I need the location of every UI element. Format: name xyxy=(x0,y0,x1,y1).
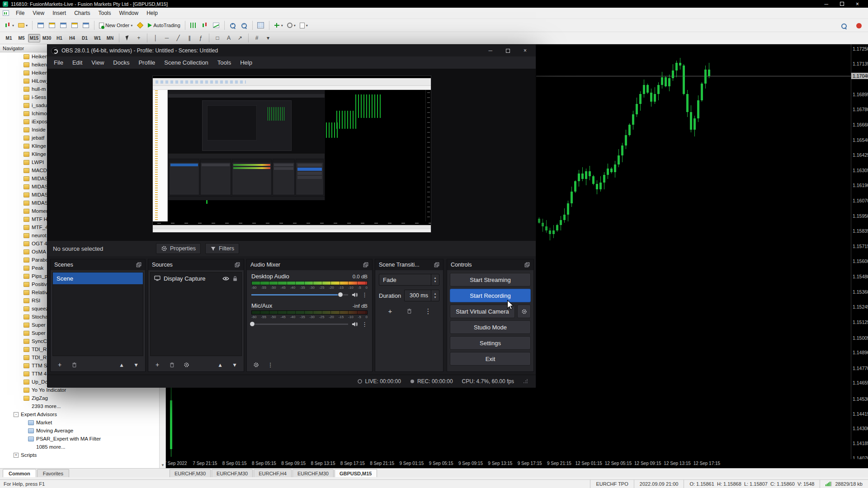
timeframe-h4[interactable]: H4 xyxy=(66,34,78,42)
transition-select-arrows[interactable]: ▴▾ xyxy=(431,274,439,285)
source-move-down-button[interactable]: ▾ xyxy=(230,360,239,369)
source-item-display-capture[interactable]: Display Capture xyxy=(151,272,241,284)
mt4-menu-insert[interactable]: Insert xyxy=(48,8,70,18)
mixer-menu-button[interactable]: ⋮ xyxy=(266,360,275,369)
scroll-down-icon[interactable]: ▼ xyxy=(160,462,166,468)
mixer-settings-button[interactable] xyxy=(251,360,260,369)
navigator-item-2393-more[interactable]: 2393 more... xyxy=(0,402,159,410)
crosshair-tool[interactable]: + xyxy=(133,33,144,43)
navigator-item-psar-expert-with-ma-filter[interactable]: PSAR_Expert with MA Filter xyxy=(0,435,159,443)
mt4-menu-charts[interactable]: Charts xyxy=(70,8,94,18)
obs-menu-view[interactable]: View xyxy=(87,57,108,68)
mt4-menu-window[interactable]: Window xyxy=(115,8,143,18)
cursor-tool[interactable] xyxy=(122,33,133,43)
transition-props-button[interactable]: ⋮ xyxy=(422,305,434,316)
obs-menu-profile[interactable]: Profile xyxy=(134,57,160,68)
duration-spinbox[interactable]: 300 ms ▴▾ xyxy=(404,290,439,301)
alert-icon[interactable] xyxy=(854,20,864,31)
scene-item-scene[interactable]: Scene xyxy=(53,272,143,284)
market-watch-icon[interactable] xyxy=(35,20,46,31)
navigator-item-moving-average[interactable]: Moving Average xyxy=(0,427,159,435)
duration-spin-arrows[interactable]: ▴▾ xyxy=(431,290,439,301)
source-properties-button[interactable] xyxy=(182,360,191,369)
search-icon[interactable] xyxy=(838,20,849,31)
mt4-minimize-button[interactable]: ─ xyxy=(824,1,828,7)
lock-icon[interactable] xyxy=(232,276,238,282)
obs-menu-docks[interactable]: Docks xyxy=(108,57,134,68)
obs-menu-tools[interactable]: Tools xyxy=(213,57,236,68)
periods-icon[interactable]: ▾ xyxy=(285,20,297,31)
timeframe-d1[interactable]: D1 xyxy=(79,34,91,42)
chart-tab-eurchf-m30-1[interactable]: EURCHF,M30 xyxy=(212,469,253,477)
chart-tab-eurchf-m30-3[interactable]: EURCHF,M30 xyxy=(292,469,334,477)
more-tools[interactable]: ▾ xyxy=(263,33,274,43)
add-source-button[interactable]: + xyxy=(153,360,162,369)
timeframe-h1[interactable]: H1 xyxy=(53,34,66,42)
filters-button[interactable]: Filters xyxy=(205,243,239,254)
obs-maximize-button[interactable] xyxy=(506,49,510,53)
navigator-tab-common[interactable]: Common xyxy=(3,469,36,477)
mt4-menu-help[interactable]: Help xyxy=(142,8,162,18)
volume-slider[interactable] xyxy=(251,291,348,299)
profiles-icon[interactable]: ▾ xyxy=(16,20,29,31)
autotrading-button[interactable]: AutoTrading xyxy=(146,20,182,31)
zoom-in-icon[interactable] xyxy=(227,20,238,31)
slider-handle[interactable] xyxy=(338,292,343,297)
navigator-item-1085-more[interactable]: 1085 more... xyxy=(0,443,159,451)
fibonacci-tool[interactable]: ƒ xyxy=(195,33,206,43)
navigator-group-expert-advisors[interactable]: -Expert Advisors xyxy=(0,410,159,418)
remove-scene-button[interactable] xyxy=(70,360,79,369)
properties-button[interactable]: Properties xyxy=(156,243,201,254)
channel-tool[interactable]: ∥ xyxy=(184,33,195,43)
indicators-icon[interactable]: ▾ xyxy=(272,20,285,31)
speaker-icon[interactable] xyxy=(352,321,358,327)
source-move-up-button[interactable]: ▴ xyxy=(216,360,225,369)
zoom-out-icon[interactable] xyxy=(239,20,250,31)
start-virtual-camera-button[interactable]: Start Virtual Camera xyxy=(450,305,515,318)
popout-icon[interactable] xyxy=(235,262,240,267)
timeframe-w1[interactable]: W1 xyxy=(91,34,104,42)
obs-titlebar[interactable]: OBS 28.0.1 (64-bit, windows) - Profile: … xyxy=(47,45,536,56)
templates-icon[interactable]: ▾ xyxy=(298,20,310,31)
navigator-group-scripts[interactable]: +Scripts xyxy=(0,451,159,459)
mt4-menu-tools[interactable]: Tools xyxy=(94,8,115,18)
settings-button[interactable]: Settings xyxy=(450,336,531,350)
navigator-tab-favorites[interactable]: Favorites xyxy=(37,469,69,477)
add-transition-button[interactable]: + xyxy=(384,305,396,316)
chart-bars-icon[interactable] xyxy=(188,20,199,31)
arrows-tool[interactable]: ↗ xyxy=(235,33,245,43)
new-order-button[interactable]: New Order▾ xyxy=(97,20,134,31)
chart-tab-gbpusd-m15-4[interactable]: GBPUSD,M15 xyxy=(335,469,377,477)
chart-tab-eurchf-m30-0[interactable]: EURCHF,M30 xyxy=(170,469,211,477)
grid-tool[interactable]: # xyxy=(251,33,262,43)
shapes-tool[interactable]: □ xyxy=(212,33,223,43)
terminal-panel-icon[interactable] xyxy=(69,20,80,31)
studio-mode-button[interactable]: Studio Mode xyxy=(450,320,531,334)
popout-icon[interactable] xyxy=(434,262,439,267)
scene-move-up-button[interactable]: ▴ xyxy=(117,360,126,369)
collapse-icon[interactable]: - xyxy=(14,412,19,417)
resize-grip[interactable] xyxy=(523,379,528,384)
navigator-item-market[interactable]: Market xyxy=(0,418,159,427)
remove-source-button[interactable] xyxy=(167,360,176,369)
obs-menu-file[interactable]: File xyxy=(49,57,68,68)
navigator-panel-icon[interactable] xyxy=(58,20,69,31)
vertical-line-tool[interactable]: │ xyxy=(150,33,161,43)
metaeditor-icon[interactable] xyxy=(135,20,146,31)
chart-window-icon[interactable] xyxy=(3,10,9,16)
eye-icon[interactable] xyxy=(222,276,229,281)
speaker-icon[interactable] xyxy=(352,292,358,298)
exit-button[interactable]: Exit xyxy=(450,352,531,366)
time-axis[interactable]: 7 Sep 20227 Sep 21:158 Sep 01:158 Sep 05… xyxy=(166,459,868,468)
mt4-menu-file[interactable]: File xyxy=(12,8,28,18)
expand-icon[interactable]: + xyxy=(14,453,19,458)
popout-icon[interactable] xyxy=(524,262,530,267)
timeframe-m15[interactable]: M15 xyxy=(28,34,40,42)
obs-menu-help[interactable]: Help xyxy=(236,57,257,68)
navigator-item-zigzag[interactable]: ZigZag xyxy=(0,394,159,402)
new-chart-icon[interactable]: ▾ xyxy=(3,20,16,31)
channel-menu-button[interactable]: ⋮ xyxy=(362,292,368,298)
slider-handle[interactable] xyxy=(250,321,255,327)
volume-slider[interactable] xyxy=(251,320,348,328)
channel-menu-button[interactable]: ⋮ xyxy=(362,321,368,327)
